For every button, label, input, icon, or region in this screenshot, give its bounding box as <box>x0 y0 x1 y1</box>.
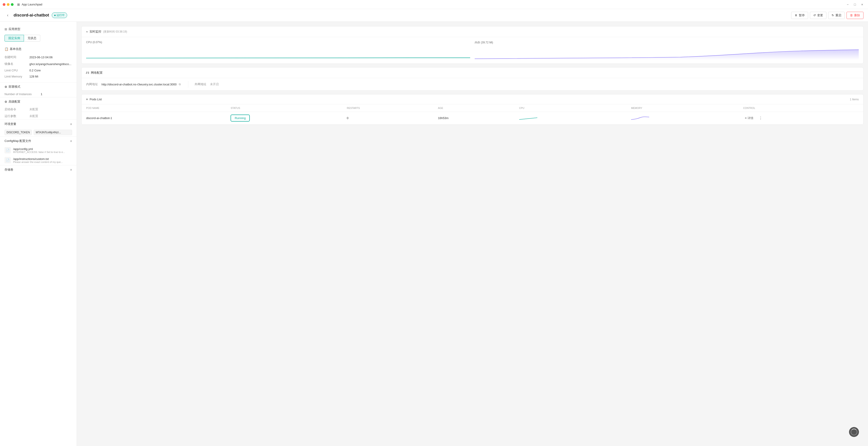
pods-header: ≡ Pods List 1 Items <box>82 94 863 104</box>
image-value: ghcr.io/yangchuansheng/disco... <box>29 62 71 66</box>
env-vars-chevron: ∧ <box>70 123 72 126</box>
memory-label: 内存 (39.72 Mi) <box>475 41 859 44</box>
internal-label: 内网地址 <box>86 82 98 86</box>
delete-button[interactable]: 🗑 删除 <box>846 12 864 19</box>
app-type-label: 应用类型 <box>8 27 20 31</box>
monitor-card: ≈ 实时监控 (更新时间 03:38:19) CPU (0.07%) <box>81 26 864 64</box>
tab-fixed-instance[interactable]: 固定实例 <box>4 35 24 41</box>
pause-button[interactable]: ⏸ 暂停 <box>791 12 808 19</box>
basic-info-section: 📋 基本信息 <box>0 45 76 53</box>
pods-card: ≡ Pods List 1 Items POD NAME STATUS REST… <box>81 94 864 125</box>
limit-memory-value: 128 Mi <box>29 75 38 78</box>
monitor-title: 实时监控 <box>90 30 101 34</box>
loading-spinner <box>850 428 857 435</box>
col-control: CONTROL <box>739 104 863 112</box>
pod-restarts-cell: 0 <box>342 112 433 125</box>
configmap-file-icon-1: 📄 <box>4 157 11 163</box>
env-key: DISCORD_TOKEN <box>4 130 32 135</box>
created-time-value: 2023-06-13 04:06 <box>29 56 53 59</box>
pod-age-cell: 16h53m <box>433 112 515 125</box>
env-vars-section[interactable]: 环境变量 ∧ <box>0 120 76 128</box>
col-status: STATUS <box>226 104 342 112</box>
pod-status-badge: Running <box>230 115 250 122</box>
copy-internal-button[interactable]: ⧉ <box>178 82 182 86</box>
configmap-preview-0: INTERNET_ACCESS: false # Set to true to … <box>13 151 72 153</box>
detail-icon: ≡ <box>745 116 747 120</box>
advanced-config-label: 高级配置 <box>8 100 20 104</box>
pods-table: POD NAME STATUS RESTARTS AGE CPU MEMORY … <box>82 104 863 125</box>
win-minimize[interactable]: − <box>844 1 851 8</box>
col-restarts: RESTARTS <box>342 104 433 112</box>
configmap-name-0: /app/config.yml <box>13 147 72 151</box>
instance-type-tabs: 固定实例 无状态 <box>0 33 76 43</box>
detail-label: 详情 <box>747 116 753 120</box>
advanced-config-icon: ⚙ <box>4 100 7 103</box>
internal-value-container: http://discord-ai-chatbot.ns-r3wuxiry.sv… <box>101 82 182 86</box>
col-cpu: CPU <box>515 104 627 112</box>
image-label: 镜像名 <box>4 62 29 66</box>
limit-cpu-label: Limit CPU <box>4 69 29 72</box>
env-vars-label: 环境变量 <box>4 122 16 126</box>
change-button[interactable]: ↺ 变更 <box>810 12 827 19</box>
pods-count: 1 Items <box>850 98 859 101</box>
cpu-chart <box>86 45 470 59</box>
pods-table-header-row: POD NAME STATUS RESTARTS AGE CPU MEMORY … <box>82 104 863 112</box>
loading-indicator <box>849 427 859 437</box>
change-icon: ↺ <box>813 13 816 17</box>
image-row: 镜像名 ghcr.io/yangchuansheng/disco... <box>0 61 76 67</box>
close-button[interactable] <box>3 3 5 6</box>
limit-cpu-value: 0.2 Core <box>29 69 41 72</box>
startup-command-row: 启动命令 未配置 <box>0 106 76 113</box>
sidebar: ⊞ 应用类型 固定实例 无状态 📋 基本信息 创建时间 2023-06-13 0… <box>0 22 77 446</box>
run-params-label: 运行参数 <box>4 114 29 118</box>
restart-button[interactable]: ↻ 重启 <box>828 12 845 19</box>
more-button[interactable]: ⋮ <box>757 115 764 121</box>
pod-restarts-value: 0 <box>347 116 348 120</box>
pod-age-value: 16h53m <box>438 116 448 120</box>
deploy-mode-section[interactable]: ⚙ 部署模式 <box>0 82 76 91</box>
win-close[interactable]: × <box>859 1 865 8</box>
status-badge: 运行中 <box>52 12 67 18</box>
detail-button[interactable]: ≡ 详情 <box>743 115 755 121</box>
number-of-instances-row: Number of Instances 1 <box>0 91 76 97</box>
restart-icon: ↻ <box>832 13 834 17</box>
limit-cpu-row: Limit CPU 0.2 Core <box>0 67 76 73</box>
monitor-charts-row: CPU (0.07%) <box>86 41 859 60</box>
header-actions: ⏸ 暂停 ↺ 变更 ↻ 重启 🗑 删除 <box>791 12 864 19</box>
external-value: 未开启 <box>210 82 219 86</box>
configmap-section[interactable]: ConfigMap 配置文件 ∧ <box>0 136 76 145</box>
network-header: ⛙ 网络配置 <box>82 68 863 78</box>
storage-section[interactable]: 存储卷 ∧ <box>0 165 76 174</box>
app-title: discord-ai-chatbot <box>13 13 49 18</box>
network-card: ⛙ 网络配置 内网地址 http://discord-ai-chatbot.ns… <box>81 67 864 91</box>
app-icon: ⊞ <box>17 3 20 6</box>
basic-info-icon: 📋 <box>4 47 8 51</box>
configmap-item-1[interactable]: 📄 /app/instructions/custom.txt Please an… <box>0 155 76 165</box>
col-age: AGE <box>433 104 515 112</box>
pod-name-value: discord-ai-chatbot-1 <box>86 116 112 120</box>
internal-value: http://discord-ai-chatbot.ns-r3wuxiry.sv… <box>101 83 177 86</box>
memory-chart <box>475 46 859 60</box>
startup-command-value: 未配置 <box>29 107 38 112</box>
win-maximize[interactable]: □ <box>852 1 858 8</box>
monitor-subtitle: (更新时间 03:38:19) <box>103 30 127 34</box>
number-of-instances-label: Number of Instances <box>4 92 41 96</box>
configmap-item-0[interactable]: 📄 /app/config.yml INTERNET_ACCESS: false… <box>0 145 76 155</box>
tab-stateless[interactable]: 无状态 <box>24 35 40 41</box>
startup-command-label: 启动命令 <box>4 107 29 112</box>
app-type-section: ⊞ 应用类型 <box>0 25 76 33</box>
titlebar: ⊞ App Launchpad − □ × <box>0 0 868 9</box>
basic-info-content: 创建时间 2023-06-13 04:06 镜像名 ghcr.io/yangch… <box>0 53 76 82</box>
run-params-row: 运行参数 未配置 <box>0 113 76 120</box>
minimize-button[interactable] <box>7 3 9 6</box>
network-content: 内网地址 http://discord-ai-chatbot.ns-r3wuxi… <box>82 78 863 90</box>
limit-memory-label: Limit Memory <box>4 75 29 78</box>
configmap-label: ConfigMap 配置文件 <box>4 139 31 143</box>
maximize-button[interactable] <box>11 3 13 6</box>
back-button[interactable]: ‹ <box>4 12 11 19</box>
advanced-config-section[interactable]: ⚙ 高级配置 <box>0 97 76 106</box>
number-of-instances-value: 1 <box>41 92 42 96</box>
configmap-preview-1: Please answer the exact content of my qu… <box>13 161 72 163</box>
col-memory: MEMORY <box>627 104 739 112</box>
storage-chevron: ∧ <box>70 168 72 171</box>
